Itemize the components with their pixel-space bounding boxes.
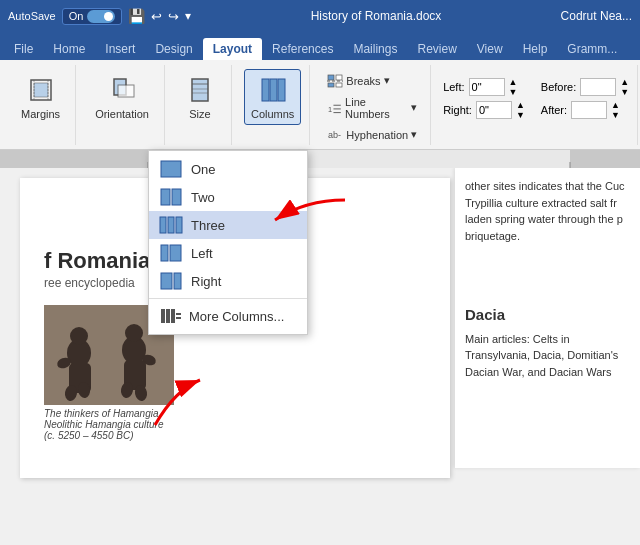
orientation-label: Orientation [95,108,149,120]
hyphenation-arrow: ▾ [411,128,417,141]
tab-design[interactable]: Design [145,38,202,60]
svg-rect-62 [176,317,181,319]
spacing-controls: Before: ▲▼ After: ▲▼ [541,73,629,124]
ribbon-group-size: Size [169,65,232,145]
tab-references[interactable]: References [262,38,343,60]
after-input[interactable] [571,101,607,119]
tab-insert[interactable]: Insert [95,38,145,60]
save-icon[interactable]: 💾 [128,8,145,24]
indent-right-input[interactable] [476,101,512,119]
ribbon-group-columns: Columns [236,65,310,145]
svg-text:ab-: ab- [328,130,341,140]
right-section-body: Main articles: Celts in Transylvania, Da… [465,331,630,381]
ribbon-group-margins: Margins x [6,65,76,145]
columns-two-icon [159,188,183,206]
ribbon-group-orientation: Orientation [80,65,165,145]
svg-rect-58 [161,309,165,323]
svg-rect-57 [174,273,181,289]
ribbon-group-breaks: Breaks ▾ 1 Line Numbers ▾ ab- Hyphenatio… [314,65,431,145]
tab-layout[interactable]: Layout [203,38,262,60]
redo-icon[interactable]: ↪ [168,9,179,24]
size-icon [184,74,216,106]
image-caption: The thinkers of Hamangia, Neolithic Hama… [44,408,174,441]
columns-left-label: Left [191,246,213,261]
svg-rect-61 [176,313,181,315]
tab-view[interactable]: View [467,38,513,60]
margins-icon [25,74,57,106]
tab-home[interactable]: Home [43,38,95,60]
svg-rect-33 [570,150,640,168]
tab-help[interactable]: Help [513,38,558,60]
menu-divider [149,298,307,299]
svg-rect-56 [161,273,172,289]
autosave-label: AutoSave [8,10,56,22]
svg-rect-51 [160,217,166,233]
columns-three-option[interactable]: Three [149,211,307,239]
columns-one-option[interactable]: One [149,155,307,183]
tab-grammar[interactable]: Gramm... [557,38,627,60]
svg-point-37 [70,327,88,345]
columns-dropdown: One Two Three Left [148,150,308,335]
columns-one-label: One [191,162,216,177]
ribbon-group-indent: Left: ▲▼ Right: ▲▼ Before: ▲▼ After: ▲▼ [435,65,638,145]
more-icon[interactable]: ▾ [185,9,191,23]
columns-button[interactable]: Columns [244,69,301,125]
tab-file[interactable]: File [4,38,43,60]
line-numbers-button[interactable]: 1 Line Numbers ▾ [322,93,422,123]
undo-icon[interactable]: ↩ [151,9,162,24]
orientation-icon [106,74,138,106]
svg-point-43 [125,324,143,342]
svg-rect-6 [192,79,208,101]
svg-rect-52 [168,217,174,233]
title-bar: AutoSave On 💾 ↩ ↪ ▾ History of Romania.d… [0,0,640,32]
ribbon-tabs: File Home Insert Design Layout Reference… [0,32,640,60]
columns-left-icon [159,244,183,262]
tab-review[interactable]: Review [407,38,466,60]
svg-rect-16 [328,83,334,87]
svg-rect-50 [172,189,181,205]
margins-label: Margins [21,108,60,120]
indent-left-input[interactable] [469,78,505,96]
columns-two-option[interactable]: Two [149,183,307,211]
more-columns-icon [159,307,183,325]
before-label: Before: [541,81,576,93]
svg-rect-48 [161,161,181,177]
columns-right-option[interactable]: Right [149,267,307,295]
breaks-button[interactable]: Breaks ▾ [322,71,422,91]
after-label: After: [541,104,567,116]
hyphenation-button[interactable]: ab- Hyphenation ▾ [322,125,422,145]
svg-rect-54 [161,245,168,261]
columns-one-icon [159,160,183,178]
indent-left-stepper[interactable]: ▲▼ [509,77,518,97]
svg-rect-11 [270,79,277,101]
svg-rect-10 [262,79,269,101]
right-section-title: Dacia [465,304,630,327]
columns-three-icon [159,216,183,234]
more-columns-label: More Columns... [189,309,284,324]
ruler [0,150,640,168]
right-panel: other sites indicates that the Cuc Trypi… [455,168,640,468]
columns-left-option[interactable]: Left [149,239,307,267]
right-panel-body: other sites indicates that the Cuc Trypi… [465,178,630,244]
after-stepper[interactable]: ▲▼ [611,100,620,120]
more-columns-option[interactable]: More Columns... [149,302,307,330]
svg-rect-53 [176,217,182,233]
margins-button[interactable]: Margins [14,69,67,125]
svg-rect-59 [166,309,170,323]
breaks-label: Breaks [346,75,380,87]
autosave-toggle[interactable]: On [62,8,123,25]
svg-rect-14 [336,75,342,80]
breaks-arrow: ▾ [384,74,390,87]
before-stepper[interactable]: ▲▼ [620,77,629,97]
indent-right-stepper[interactable]: ▲▼ [516,100,525,120]
line-numbers-arrow: ▾ [411,101,417,114]
columns-two-label: Two [191,190,215,205]
size-button[interactable]: Size [177,69,223,125]
autosave-state: On [69,10,84,22]
orientation-button[interactable]: Orientation [88,69,156,125]
ribbon: Margins x Orientation [0,60,640,150]
before-input[interactable] [580,78,616,96]
columns-right-label: Right [191,274,221,289]
tab-mailings[interactable]: Mailings [343,38,407,60]
toggle-switch[interactable] [87,10,115,23]
